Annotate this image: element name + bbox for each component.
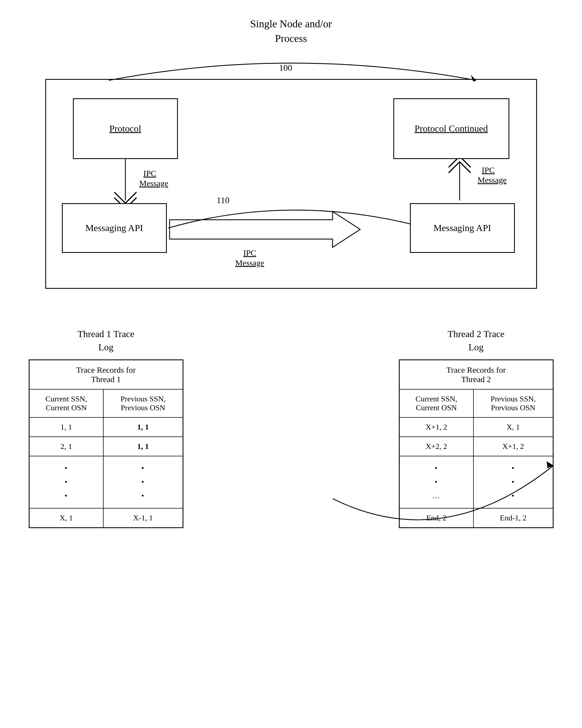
diagram-container: 100 IPC Message 110 IPC Message [29, 57, 554, 305]
api-left-label: Messaging API [85, 223, 143, 233]
t1-r3-c2: ••• [103, 456, 183, 508]
thread1-table-header: Trace Records forThread 1 [29, 360, 183, 389]
t2-r1-c1: X+1, 2 [399, 417, 474, 437]
api-left-box: Messaging API [62, 203, 167, 253]
thread2-container: Thread 2 TraceLog Trace Records forThrea… [399, 328, 554, 528]
table-row: X, 1 X-1, 1 [29, 508, 183, 528]
t2-r2-c2: X+1, 2 [474, 437, 553, 456]
api-right-box: Messaging API [410, 203, 515, 253]
page: Single Node and/or Process 100 IPC Messa… [0, 0, 582, 728]
bottom-section: Thread 1 TraceLog Trace Records forThrea… [29, 328, 554, 528]
t1-r4-c2: X-1, 1 [103, 508, 183, 528]
table-row: End, 2 End-1, 2 [399, 508, 553, 528]
page-title: Single Node and/or Process [22, 17, 560, 46]
thread2-col2-header: Previous SSN,Previous OSN [474, 389, 553, 417]
t1-r2-c1: 2, 1 [29, 437, 103, 456]
table-row: ••• ••• [29, 456, 183, 508]
table-row: X+1, 2 X, 1 [399, 417, 553, 437]
table-row: 2, 1 1, 1 [29, 437, 183, 456]
t1-r2-c2: 1, 1 [103, 437, 183, 456]
connector-area [183, 361, 399, 526]
thread2-log-title: Thread 2 TraceLog [448, 328, 505, 354]
t2-r3-c2: ••• [474, 456, 553, 508]
t1-r1-c2: 1, 1 [103, 417, 183, 437]
api-right-label: Messaging API [433, 223, 491, 233]
protocol-right-label: Protocol Continued [414, 123, 488, 134]
t2-r4-c2: End-1, 2 [474, 508, 553, 528]
t1-r3-c1: ••• [29, 456, 103, 508]
table-row: X+2, 2 X+1, 2 [399, 437, 553, 456]
thread2-table: Trace Records forThread 2 Current SSN,Cu… [399, 360, 554, 528]
thread2-col1-header: Current SSN,Current OSN [399, 389, 474, 417]
thread1-log-title: Thread 1 TraceLog [78, 328, 134, 354]
t2-r2-c1: X+2, 2 [399, 437, 474, 456]
t2-r1-c2: X, 1 [474, 417, 553, 437]
t2-r3-c1: ••... [399, 456, 474, 508]
t1-r1-c1: 1, 1 [29, 417, 103, 437]
svg-text:100: 100 [279, 63, 292, 73]
thread1-container: Thread 1 TraceLog Trace Records forThrea… [29, 328, 183, 528]
table-row: ••... ••• [399, 456, 553, 508]
t2-r4-c1: End, 2 [399, 508, 474, 528]
table-row: 1, 1 1, 1 [29, 417, 183, 437]
thread1-table: Trace Records forThread 1 Current SSN,Cu… [29, 360, 183, 528]
thread1-col2-header: Previous SSN,Previous OSN [103, 389, 183, 417]
protocol-left-label: Protocol [109, 123, 141, 134]
protocol-right-box: Protocol Continued [393, 98, 509, 159]
thread2-table-header: Trace Records forThread 2 [399, 360, 553, 389]
thread1-col1-header: Current SSN,Current OSN [29, 389, 103, 417]
t1-r4-c1: X, 1 [29, 508, 103, 528]
protocol-left-box: Protocol [73, 98, 178, 159]
